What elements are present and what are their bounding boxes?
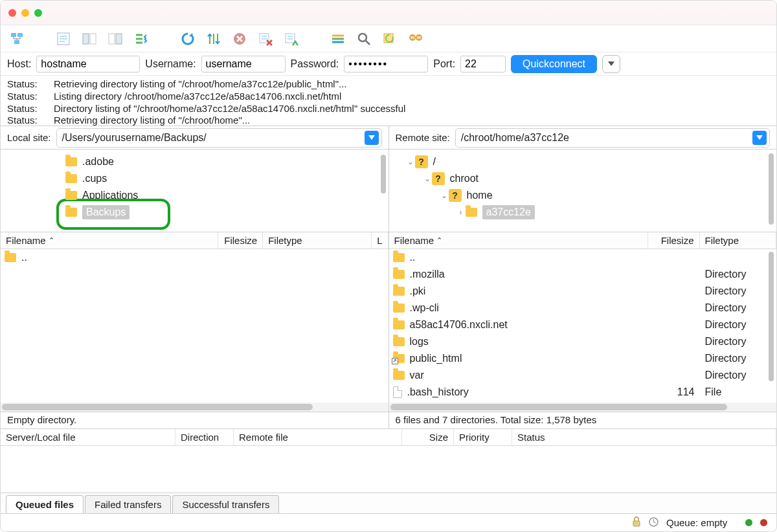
- file-row[interactable]: a58ac14706.nxcli.netDirectory: [389, 316, 777, 333]
- file-row[interactable]: varDirectory: [389, 367, 777, 384]
- file-name: logs: [410, 336, 429, 348]
- username-input[interactable]: [201, 56, 286, 72]
- maximize-window-button[interactable]: [34, 9, 42, 17]
- tree-item[interactable]: ›a37cc12e: [389, 204, 777, 221]
- local-tree[interactable]: .adobe.cupsApplicationsBackups: [1, 150, 388, 232]
- remote-file-list[interactable]: ...mozillaDirectory.pkiDirectory.wp-cliD…: [389, 249, 777, 403]
- col-filesize[interactable]: Filesize: [661, 235, 694, 246]
- quickconnect-history-dropdown[interactable]: [602, 55, 620, 73]
- tree-item[interactable]: .adobe: [1, 153, 388, 170]
- file-row[interactable]: .mozillaDirectory: [389, 266, 777, 283]
- scrollbar-thumb[interactable]: [381, 155, 386, 194]
- local-file-panel: Filename⌃ Filesize Filetype L ..: [1, 232, 388, 412]
- tree-item[interactable]: Backups: [1, 204, 388, 221]
- toggle-local-tree-icon[interactable]: [78, 29, 100, 49]
- listing-summary-row: Empty directory. 6 files and 7 directori…: [1, 412, 776, 429]
- reconnect-icon[interactable]: [280, 29, 302, 49]
- tree-item-label: chroot: [450, 173, 479, 184]
- disconnect-icon[interactable]: [254, 29, 276, 49]
- local-columns-header[interactable]: Filename⌃ Filesize Filetype L: [1, 232, 388, 249]
- filter-icon[interactable]: [327, 29, 349, 49]
- tree-item[interactable]: ⌄?/: [389, 153, 777, 170]
- col-filename[interactable]: Filename: [394, 235, 434, 246]
- transfer-queue[interactable]: [1, 446, 776, 493]
- remote-site-path-input[interactable]: /chroot/home/a37cc12e: [455, 128, 770, 148]
- app-window: Host: Username: Password: Port: Quickcon…: [0, 0, 777, 532]
- close-window-button[interactable]: [8, 9, 16, 17]
- sync-browse-icon[interactable]: [405, 29, 427, 49]
- cancel-icon[interactable]: [229, 29, 251, 49]
- refresh-icon[interactable]: [177, 29, 199, 49]
- remote-path-dropdown-icon[interactable]: [752, 131, 767, 145]
- toggle-log-icon[interactable]: [52, 29, 74, 49]
- quickconnect-button[interactable]: Quickconnect: [511, 55, 597, 73]
- folder-icon: [393, 253, 405, 262]
- col-filetype[interactable]: Filetype: [268, 235, 302, 246]
- toggle-queue-icon[interactable]: [130, 29, 152, 49]
- tree-item[interactable]: .cups: [1, 170, 388, 187]
- queue-columns-header[interactable]: Server/Local file Direction Remote file …: [1, 429, 776, 446]
- remote-columns-header[interactable]: Filename⌃ Filesize Filetype: [389, 232, 777, 249]
- site-manager-icon[interactable]: [6, 29, 28, 49]
- svg-rect-8: [90, 34, 96, 44]
- file-row[interactable]: logsDirectory: [389, 333, 777, 350]
- col-filetype[interactable]: Filetype: [705, 235, 739, 246]
- svg-rect-0: [11, 33, 16, 37]
- h-scrollbar[interactable]: [1, 403, 388, 412]
- log-label: Status:: [7, 91, 42, 103]
- folder-icon: [65, 174, 77, 183]
- local-path-dropdown-icon[interactable]: [365, 131, 379, 145]
- compare-icon[interactable]: [379, 29, 401, 49]
- tab-failed-transfers[interactable]: Failed transfers: [85, 495, 171, 513]
- file-row[interactable]: .wp-cliDirectory: [389, 300, 777, 316]
- tab-queued-files[interactable]: Queued files: [6, 495, 84, 513]
- search-icon[interactable]: [353, 29, 375, 49]
- host-input[interactable]: [36, 56, 140, 72]
- chevron-down-icon[interactable]: ⌄: [406, 157, 415, 166]
- message-log[interactable]: Status:Retrieving directory listing of "…: [1, 76, 776, 126]
- port-input[interactable]: [460, 56, 506, 72]
- process-queue-icon[interactable]: [203, 29, 225, 49]
- svg-rect-2: [14, 40, 19, 44]
- chevron-right-icon[interactable]: ›: [456, 208, 466, 217]
- local-file-list[interactable]: ..: [1, 249, 388, 403]
- folder-icon: ↗: [393, 354, 405, 363]
- directory-trees: .adobe.cupsApplicationsBackups ⌄?/⌄?chro…: [1, 150, 776, 232]
- file-row[interactable]: .pkiDirectory: [389, 283, 777, 300]
- file-type: Directory: [700, 370, 777, 381]
- col-lastmod[interactable]: L: [377, 235, 382, 246]
- h-scrollbar[interactable]: [389, 403, 777, 412]
- file-name: public_html: [410, 353, 462, 364]
- local-site-path-input[interactable]: /Users/yourusername/Backups/: [56, 128, 382, 148]
- qcol-remote[interactable]: Remote file: [234, 429, 402, 445]
- qcol-size[interactable]: Size: [402, 429, 454, 445]
- qcol-server[interactable]: Server/Local file: [1, 429, 175, 445]
- qcol-priority[interactable]: Priority: [454, 429, 512, 445]
- minimize-window-button[interactable]: [21, 9, 29, 17]
- toggle-remote-tree-icon[interactable]: [104, 29, 126, 49]
- svg-rect-10: [116, 34, 122, 44]
- scrollbar-thumb[interactable]: [769, 252, 774, 381]
- chevron-down-icon[interactable]: ⌄: [440, 191, 449, 200]
- col-filesize[interactable]: Filesize: [224, 235, 257, 246]
- tree-item[interactable]: ⌄?home: [389, 187, 777, 204]
- tree-item-label: Applications: [82, 190, 138, 201]
- folder-icon: [65, 157, 77, 166]
- scrollbar-thumb[interactable]: [769, 153, 774, 225]
- chevron-down-icon[interactable]: ⌄: [423, 174, 432, 183]
- remote-tree[interactable]: ⌄?/⌄?chroot⌄?home›a37cc12e: [388, 150, 777, 232]
- file-row[interactable]: ..: [1, 249, 388, 266]
- log-message: Retrieving directory listing of "/chroot…: [54, 115, 250, 126]
- tree-item[interactable]: ⌄?chroot: [389, 170, 777, 187]
- queue-tabs: Queued files Failed transfers Successful…: [1, 493, 776, 513]
- qcol-direction[interactable]: Direction: [175, 429, 234, 445]
- file-row[interactable]: ↗public_htmlDirectory: [389, 350, 777, 367]
- file-row[interactable]: .bash_history114File: [389, 384, 777, 401]
- tree-item[interactable]: Applications: [1, 187, 388, 204]
- password-input[interactable]: [344, 56, 428, 72]
- tab-successful-transfers[interactable]: Successful transfers: [172, 495, 279, 513]
- file-row[interactable]: ..: [389, 249, 777, 266]
- col-filename[interactable]: Filename: [6, 235, 46, 246]
- remote-file-panel: Filename⌃ Filesize Filetype ...mozillaDi…: [388, 232, 777, 412]
- qcol-status[interactable]: Status: [512, 429, 776, 445]
